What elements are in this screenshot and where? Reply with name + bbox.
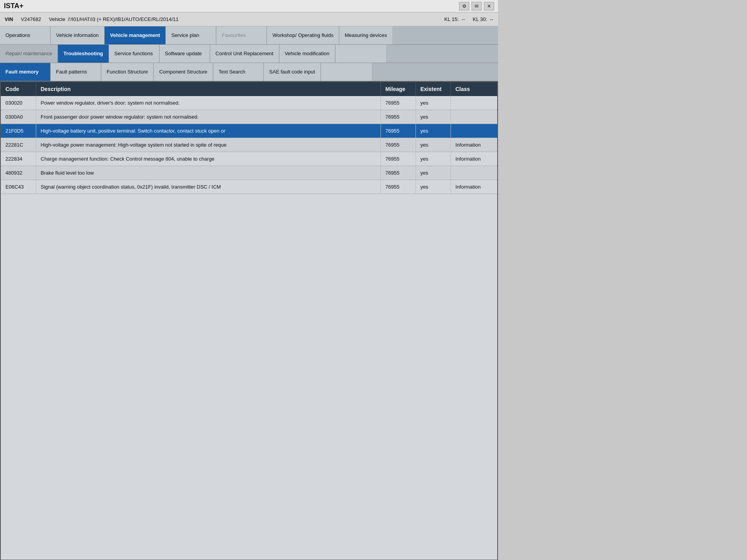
cell-description: Brake fluid level too low bbox=[36, 166, 381, 180]
cell-mileage: 76955 bbox=[381, 166, 416, 180]
cell-existent: yes bbox=[416, 138, 451, 152]
cell-mileage: 76955 bbox=[381, 152, 416, 166]
cell-code: 0300A0 bbox=[1, 110, 36, 124]
table-row[interactable]: 21F0D5High-voltage battery unit, positiv… bbox=[1, 124, 497, 138]
cell-existent: yes bbox=[416, 124, 451, 138]
col-header-description: Description bbox=[36, 82, 381, 96]
col-header-mileage: Mileage bbox=[381, 82, 416, 96]
cell-class bbox=[451, 124, 497, 138]
nav-item-repair-maintenance[interactable]: Repair/ maintenance bbox=[0, 45, 58, 63]
table-row[interactable]: 222834Charge management function: Check … bbox=[1, 152, 497, 166]
cell-class bbox=[451, 166, 497, 180]
nav-item-troubleshooting[interactable]: Troubleshooting bbox=[58, 45, 109, 63]
main-content: CodeDescriptionMileageExistentClass 0300… bbox=[0, 81, 498, 560]
cell-existent: yes bbox=[416, 166, 451, 180]
nav-item-fault-patterns[interactable]: Fault patterns bbox=[51, 63, 101, 81]
cell-description: Front passenger door power window regula… bbox=[36, 110, 381, 124]
nav-item-text-search[interactable]: Text Search bbox=[213, 63, 264, 81]
nav-item-control-unit-replacement[interactable]: Control Unit Replacement bbox=[210, 45, 279, 63]
cell-code: 030020 bbox=[1, 96, 36, 110]
nav-item-workshop-operating-fluids[interactable]: Workshop/ Operating fluids bbox=[267, 26, 339, 44]
cell-existent: yes bbox=[416, 152, 451, 166]
nav-item-sae-fault-code-input[interactable]: SAE fault code input bbox=[264, 63, 321, 81]
cell-code: 21F0D5 bbox=[1, 124, 36, 138]
kl30-label: KL 30: -- bbox=[473, 16, 493, 22]
vehicle-info: Vehicle I'/I01/HAT/i3 (+ REX)/IB1/AUTO/E… bbox=[49, 16, 437, 22]
window-controls: ⚙ ✉ ✕ bbox=[459, 2, 494, 10]
cell-code: E06C43 bbox=[1, 180, 36, 194]
fault-table-container: CodeDescriptionMileageExistentClass 0300… bbox=[0, 81, 498, 560]
nav-item-service-plan[interactable]: Service plan bbox=[166, 26, 216, 44]
cell-code: 222834 bbox=[1, 152, 36, 166]
nav-row-3: Fault memoryFault patternsFunction Struc… bbox=[0, 63, 498, 81]
nav-item-favourites[interactable]: Favourites bbox=[216, 26, 267, 44]
nav-item-software-update[interactable]: Software update bbox=[160, 45, 210, 63]
table-row[interactable]: 22281CHigh-voltage power management: Hig… bbox=[1, 138, 497, 152]
app-title: ISTA+ bbox=[4, 2, 23, 10]
cell-class: Information bbox=[451, 138, 497, 152]
table-row[interactable]: 480932Brake fluid level too low76955yes bbox=[1, 166, 497, 180]
cell-description: Signal (warning object coordination stat… bbox=[36, 180, 381, 194]
nav-item-fault-memory[interactable]: Fault memory bbox=[0, 63, 51, 81]
nav-item-measuring-devices[interactable]: Measuring devices bbox=[339, 26, 392, 44]
cell-class: Information bbox=[451, 152, 497, 166]
cell-mileage: 76955 bbox=[381, 96, 416, 110]
vin-value: V247682 bbox=[21, 16, 41, 22]
close-button[interactable]: ✕ bbox=[484, 2, 494, 10]
nav-item-empty7[interactable] bbox=[335, 45, 386, 63]
table-row[interactable]: 0300A0Front passenger door power window … bbox=[1, 110, 497, 124]
cell-description: Charge management function: Check Contro… bbox=[36, 152, 381, 166]
cell-mileage: 76955 bbox=[381, 180, 416, 194]
cell-mileage: 76955 bbox=[381, 110, 416, 124]
vin-label: VIN bbox=[5, 16, 13, 22]
vehicle-value: I'/I01/HAT/i3 (+ REX)/IB1/AUTO/ECE/RL/20… bbox=[68, 16, 179, 22]
col-header-code: Code bbox=[1, 82, 36, 96]
nav-item-vehicle-information[interactable]: Vehicle information bbox=[51, 26, 105, 44]
nav-item-function-structure[interactable]: Function Structure bbox=[101, 63, 154, 81]
nav-row-1: OperationsVehicle informationVehicle man… bbox=[0, 26, 498, 45]
col-header-existent: Existent bbox=[416, 82, 451, 96]
table-row[interactable]: E06C43Signal (warning object coordinatio… bbox=[1, 180, 497, 194]
cell-description: Power window regulator, driver's door: s… bbox=[36, 96, 381, 110]
settings-button[interactable]: ⚙ bbox=[459, 2, 469, 10]
cell-existent: yes bbox=[416, 96, 451, 110]
cell-code: 22281C bbox=[1, 138, 36, 152]
cell-existent: yes bbox=[416, 110, 451, 124]
cell-class bbox=[451, 110, 497, 124]
title-bar: ISTA+ ⚙ ✉ ✕ bbox=[0, 0, 498, 12]
nav-item-empty8[interactable] bbox=[321, 63, 372, 81]
vehicle-label: Vehicle bbox=[49, 16, 65, 22]
cell-description: High-voltage power management: High-volt… bbox=[36, 138, 381, 152]
nav-item-vehicle-modification[interactable]: Vehicle modification bbox=[279, 45, 335, 63]
cell-code: 480932 bbox=[1, 166, 36, 180]
cell-mileage: 76955 bbox=[381, 124, 416, 138]
nav-item-component-structure[interactable]: Component Structure bbox=[154, 63, 213, 81]
cell-class bbox=[451, 96, 497, 110]
kl15-label: KL 15: -- bbox=[444, 16, 465, 22]
col-header-class: Class bbox=[451, 82, 497, 96]
table-header: CodeDescriptionMileageExistentClass bbox=[1, 82, 497, 96]
cell-mileage: 76955 bbox=[381, 138, 416, 152]
vin-bar: VIN V247682 Vehicle I'/I01/HAT/i3 (+ REX… bbox=[0, 12, 498, 26]
table-body: 030020Power window regulator, driver's d… bbox=[1, 96, 497, 194]
fault-table: CodeDescriptionMileageExistentClass 0300… bbox=[1, 82, 497, 194]
nav-item-service-functions[interactable]: Service functions bbox=[109, 45, 160, 63]
cell-class: Information bbox=[451, 180, 497, 194]
nav-row-2: Repair/ maintenanceTroubleshootingServic… bbox=[0, 45, 498, 63]
navigation: OperationsVehicle informationVehicle man… bbox=[0, 26, 498, 81]
nav-item-vehicle-management[interactable]: Vehicle management bbox=[105, 26, 166, 44]
table-row[interactable]: 030020Power window regulator, driver's d… bbox=[1, 96, 497, 110]
cell-description: High-voltage battery unit, positive term… bbox=[36, 124, 381, 138]
cell-existent: yes bbox=[416, 180, 451, 194]
mail-button[interactable]: ✉ bbox=[472, 2, 482, 10]
nav-item-operations[interactable]: Operations bbox=[0, 26, 51, 44]
